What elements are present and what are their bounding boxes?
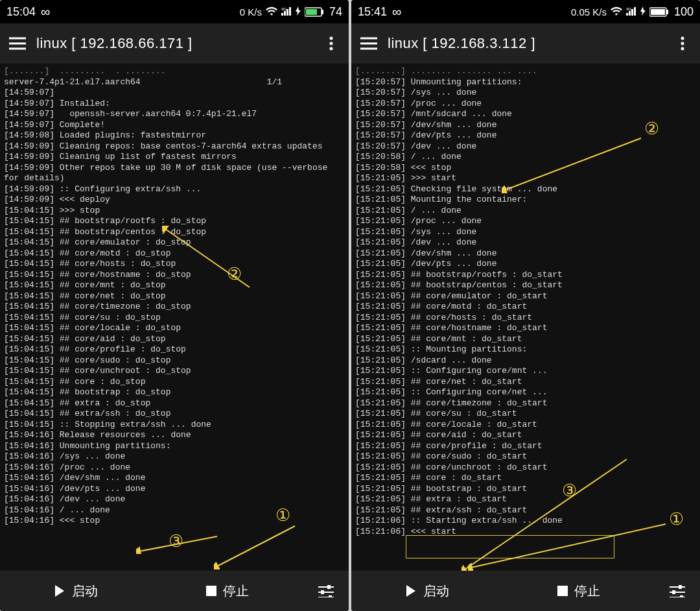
log-line: [14:59:07] (4, 88, 345, 99)
log-line: [14:59:07] openssh-server.aarch64 0:7.4p… (4, 109, 345, 120)
log-line: [15:21:05] /dev/shm ... done (355, 248, 696, 259)
battery-icon (649, 7, 669, 17)
log-line: [15:04:15] ## core/aid : do_stop (4, 334, 345, 345)
status-time: 15:04 (6, 5, 36, 19)
log-line: [15:21:05] ## core/net : do_start (355, 377, 696, 388)
left-phone-screen: 15:04 ∞ 0 K/s 3G 74 linux [ 192.168.66.1… (0, 0, 349, 611)
log-line: [15:04:16] /dev/pts ... done (4, 484, 345, 495)
log-line: [15:04:15] ## bootstrap : do_stop (4, 387, 345, 398)
log-line: [14:59:09] <<< deploy (4, 195, 345, 206)
status-bar: 15:41 ∞ 0.05 K/s 3G 100 (351, 0, 700, 23)
svg-rect-27 (680, 595, 683, 597)
log-line: [15:04:15] ## core : do_stop (4, 377, 345, 388)
more-icon[interactable] (673, 34, 692, 53)
svg-rect-3 (306, 9, 317, 15)
bottom-bar: 启动 停止 (351, 571, 700, 611)
log-line: [15:04:15] ## core/emulator : do_stop (4, 237, 345, 248)
net-speed: 0 K/s (240, 6, 262, 18)
log-line: [15:21:06] :: Starting extra/ssh ... don… (355, 516, 696, 527)
log-line: [15:20:57] /proc ... done (355, 99, 696, 110)
svg-rect-26 (672, 590, 675, 594)
log-line: [15:20:57] /sys ... done (355, 88, 696, 99)
start-button[interactable]: 启动 (351, 571, 503, 611)
svg-point-4 (330, 37, 333, 40)
settings-button[interactable] (303, 571, 349, 611)
log-line: [15:21:05] ## core/mnt : do_start (355, 334, 696, 345)
log-line: [15:20:57] /dev/pts ... done (355, 130, 696, 141)
log-line: [.......] ......... . ........ (4, 66, 345, 77)
log-line: [15:21:05] Mounting the container: (355, 195, 696, 206)
log-line: [15:04:16] /dev ... done (4, 494, 345, 505)
log-line: [15:04:15] >>> stop (4, 206, 345, 217)
log-line: [15:04:16] Release resources ... done (4, 430, 345, 441)
more-icon[interactable] (321, 34, 341, 53)
log-line: [15:04:15] ## core/net : do_stop (4, 291, 345, 302)
log-line: [15:21:05] ## extra : do_start (355, 494, 696, 505)
play-icon (405, 585, 417, 597)
infinity-icon: ∞ (392, 5, 401, 19)
status-bar: 15:04 ∞ 0 K/s 3G 74 (0, 0, 349, 23)
svg-rect-12 (321, 590, 324, 594)
wifi-icon (611, 6, 622, 18)
menu-icon[interactable] (8, 34, 27, 53)
start-label: 启动 (423, 582, 449, 600)
log-line: [15:21:05] ## core/profile : do_start (355, 441, 696, 452)
log-line: [15:21:05] :: Configuring core/net ... (355, 387, 696, 398)
log-line: [15:04:15] ## extra : do_stop (4, 398, 345, 409)
svg-line-7 (139, 536, 217, 551)
start-button[interactable]: 启动 (0, 571, 152, 611)
sliders-icon (670, 584, 685, 597)
infinity-icon: ∞ (41, 5, 50, 19)
log-line: [15:21:05] ## core/hostname : do_start (355, 323, 696, 334)
log-line: [15:21:05] :: Configuring core/mnt ... (355, 366, 696, 377)
net-speed: 0.05 K/s (571, 6, 607, 18)
log-line: [15:21:05] ## core : do_start (355, 473, 696, 484)
svg-point-20 (681, 47, 684, 51)
log-line: [15:21:05] ## core/su : do_start (355, 409, 696, 420)
log-line: [15:20:57] /dev ... done (355, 141, 696, 152)
svg-rect-2 (321, 10, 323, 14)
log-lines: [.......] ......... . ........server-7.4… (4, 66, 345, 527)
log-line: [15:21:05] ## core/timezone : do_start (355, 398, 696, 409)
log-line: [15:04:16] /dev/shm ... done (4, 473, 345, 484)
log-line: [15:04:15] ## core/timezone : do_stop (4, 302, 345, 313)
battery-percent: 100 (674, 5, 694, 19)
log-line: [15:21:05] ## core/hosts : do_start (355, 313, 696, 324)
settings-button[interactable] (655, 571, 700, 611)
log-line: [15:21:05] /dev ... done (355, 237, 696, 248)
annotation-3: ③ (169, 536, 183, 547)
stop-button[interactable]: 停止 (152, 571, 303, 611)
stop-button[interactable]: 停止 (503, 571, 655, 611)
log-line: [15:21:05] ## core/locale : do_start (355, 420, 696, 431)
log-line: [15:21:05] ## bootstrap/centos : do_star… (355, 280, 696, 291)
log-line: [15:04:15] ## core/su : do_stop (4, 313, 345, 324)
svg-point-18 (681, 37, 684, 40)
sliders-icon (318, 584, 334, 597)
log-line: [15:21:05] /dev/pts ... done (355, 259, 696, 270)
log-line: [15:20:57] /dev/shm ... done (355, 120, 696, 131)
log-line: [15:04:16] Unmounting partitions: (4, 441, 345, 452)
log-line: [15:21:05] / ... done (355, 206, 696, 217)
highlight-box (406, 535, 614, 558)
signal-icon: 3G (626, 6, 636, 18)
terminal-output[interactable]: [.......] ......... . ........server-7.4… (0, 64, 349, 571)
log-line: [15:21:05] ## core/sudo : do_start (355, 451, 696, 462)
log-line: [15:04:16] /sys ... done (4, 451, 345, 462)
right-phone-screen: 15:41 ∞ 0.05 K/s 3G 100 linux [ 192.168.… (351, 0, 700, 611)
log-line: server-7.4p1-21.el7.aarch64 1/1 (4, 77, 345, 88)
terminal-output[interactable]: [........] ........ ....... ... ....[15:… (351, 64, 700, 571)
svg-rect-24 (557, 586, 568, 596)
stop-label: 停止 (223, 582, 249, 600)
svg-point-5 (330, 42, 333, 45)
menu-icon[interactable] (359, 34, 379, 53)
log-line: [15:21:05] /sys ... done (355, 227, 696, 238)
log-line: [15:21:05] ## core/motd : do_start (355, 302, 696, 313)
log-line: [15:21:06] <<< start (355, 527, 696, 538)
log-line: [15:04:15] ## extra/ssh : do_stop (4, 409, 345, 420)
battery-percent: 74 (329, 5, 342, 19)
app-title: linux [ 192.168.66.171 ] (36, 35, 312, 52)
log-line: [15:04:15] ## core/mnt : do_stop (4, 280, 345, 291)
svg-rect-17 (651, 9, 665, 15)
log-line: [15:04:15] ## bootstrap/rootfs : do_stop (4, 216, 345, 227)
log-line: [14:59:09] Cleaning up list of fastest m… (4, 152, 345, 163)
